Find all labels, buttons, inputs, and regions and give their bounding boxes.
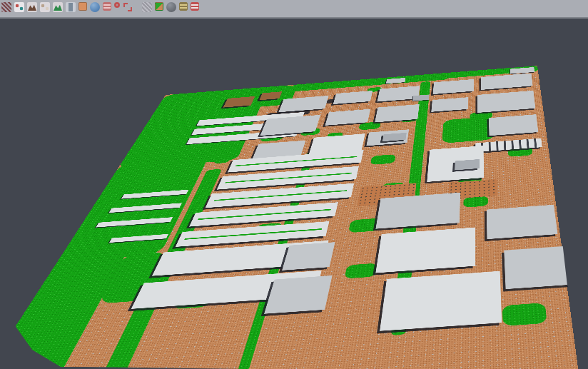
roof-ridge-vegetation xyxy=(225,173,352,183)
building-roof xyxy=(433,79,474,94)
points-classified-icon[interactable] xyxy=(14,2,24,12)
view-3d-globe-icon[interactable] xyxy=(90,2,100,12)
vegetation-patch xyxy=(370,154,396,165)
grayscale-display-icon[interactable] xyxy=(142,2,152,12)
vegetation-patch xyxy=(442,116,494,143)
zoom-center-icon[interactable] xyxy=(114,2,120,8)
building-roof xyxy=(455,159,480,170)
building-roof xyxy=(264,276,332,314)
terrain-model-icon[interactable] xyxy=(27,2,37,12)
main-toolbar xyxy=(0,0,588,19)
building-roof xyxy=(477,91,535,113)
surface-model-icon[interactable] xyxy=(53,2,63,12)
point-cloud-scene xyxy=(0,66,588,369)
points-sparse-icon[interactable] xyxy=(40,2,50,12)
viewport-3d[interactable] xyxy=(0,20,588,369)
annotate-tags-icon[interactable] xyxy=(179,2,188,11)
point-cloud-silhouette xyxy=(0,20,588,369)
classification-display-icon[interactable] xyxy=(155,2,163,11)
building-roof xyxy=(431,97,468,112)
building-roof xyxy=(481,73,533,89)
building-roof xyxy=(282,242,335,271)
layer-list-icon[interactable] xyxy=(191,2,199,11)
building-roof xyxy=(333,91,372,104)
building-roof xyxy=(489,114,538,136)
zoom-extent-icon[interactable] xyxy=(123,2,133,12)
building-roof xyxy=(380,271,502,331)
vegetation-patch xyxy=(358,121,380,130)
intensity-display-icon[interactable] xyxy=(103,2,111,11)
application-window xyxy=(0,0,588,369)
points-elevation-icon[interactable] xyxy=(1,2,11,12)
roof-ridge-vegetation xyxy=(214,190,347,201)
roof-ridge-vegetation xyxy=(185,228,322,240)
profile-view-icon[interactable] xyxy=(66,2,76,12)
building-roof xyxy=(504,246,579,289)
vegetation-patch xyxy=(345,263,377,279)
roof-ridge-vegetation xyxy=(198,209,330,220)
vegetation-patch xyxy=(502,303,547,326)
building-roof xyxy=(487,205,558,239)
building-roof xyxy=(375,227,475,273)
ortho-view-icon[interactable] xyxy=(78,2,87,11)
building-roof xyxy=(375,193,460,229)
shaded-sphere-icon[interactable] xyxy=(166,2,176,12)
